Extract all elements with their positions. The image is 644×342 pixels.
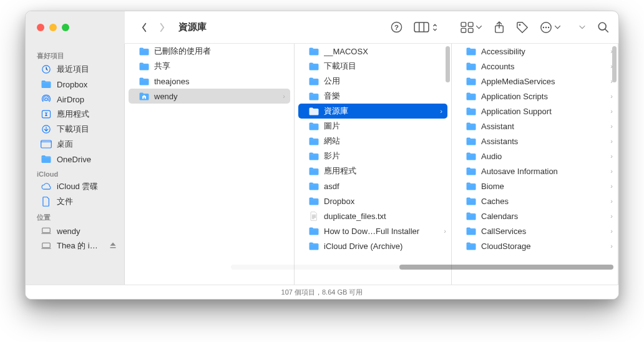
file-row[interactable]: How to Dow…Full Installer› [295,223,451,238]
folder-icon [308,196,320,206]
sidebar-item-label: Thea 的 i… [57,240,98,252]
chevron-right-icon: › [610,122,613,130]
minimize-button[interactable] [49,24,57,31]
folder-icon [466,181,477,191]
laptop-icon [41,240,52,252]
chevron-right-icon: › [610,167,613,175]
eject-icon[interactable] [109,242,117,251]
chevron-right-icon: › [283,92,285,100]
file-name: Assistant [481,122,606,131]
column-3[interactable]: Accessibility›Accounts›AppleMediaService… [452,44,618,285]
sidebar-item[interactable]: 應用程式 [29,107,120,122]
sidebar-item-label: 應用程式 [57,109,89,120]
sidebar-item-label: OneDrive [57,155,91,164]
file-row[interactable]: 圖片 [295,119,451,134]
folder-icon [308,61,320,71]
file-row[interactable]: Assistant› [452,119,618,134]
actions-button[interactable] [540,21,561,34]
sidebar: 喜好項目最近項目DropboxAirDrop應用程式下載項目桌面OneDrive… [26,44,125,285]
file-row[interactable]: Application Support› [452,104,618,119]
file-name: asdf [324,182,446,191]
overflow-button[interactable] [578,25,586,30]
chevron-right-icon: › [610,197,613,205]
file-row[interactable]: Autosave Information› [452,164,618,178]
sidebar-item-label: AirDrop [57,95,84,104]
sidebar-item[interactable]: 下載項目 [29,122,120,137]
share-button[interactable] [494,21,505,34]
file-row[interactable]: Assistants› [452,134,618,149]
group-by-button[interactable] [461,21,482,33]
file-row[interactable]: Application Scripts› [452,89,618,104]
file-row[interactable]: iCloud Drive (Archive) [295,238,451,253]
file-row[interactable]: theajones [125,74,294,89]
sidebar-item[interactable]: AirDrop [29,92,120,107]
file-name: Biome [481,182,606,191]
search-button[interactable] [597,21,610,34]
file-name: Assistants [481,137,606,146]
horizontal-scrollbar[interactable] [231,265,613,270]
file-row[interactable]: Calendars› [452,208,618,223]
tags-button[interactable] [516,21,529,34]
file-name: Autosave Information [481,167,606,176]
folder-icon [466,106,477,116]
file-name: Audio [481,152,606,161]
file-name: wendy [154,92,278,101]
file-row[interactable]: Accounts› [452,59,618,74]
file-name: AppleMediaServices [481,77,606,86]
sidebar-item[interactable]: 桌面 [29,137,120,152]
file-name: 圖片 [324,120,446,132]
file-row[interactable]: Biome› [452,178,618,193]
file-row[interactable]: __MACOSX [295,44,451,59]
column-2[interactable]: __MACOSX下載項目公用音樂資源庫›圖片網站影片應用程式asdfDropbo… [295,44,452,285]
file-row[interactable]: AppleMediaServices› [452,74,618,89]
forward-button[interactable] [154,19,170,36]
sidebar-item[interactable]: Dropbox [29,77,120,92]
chevron-right-icon: › [610,137,613,145]
chevron-right-icon: › [610,152,613,160]
folder-icon [466,226,477,236]
file-row[interactable]: Caches› [452,193,618,208]
folder-icon [139,76,150,86]
file-row[interactable]: 下載項目 [295,59,451,74]
file-row[interactable]: 公用 [295,74,451,89]
file-row[interactable]: 影片 [295,149,451,164]
file-row[interactable]: Audio› [452,149,618,164]
file-row[interactable]: wendy› [129,89,290,104]
status-bar: 107 個項目，8.64 GB 可用 [26,285,618,299]
sidebar-item[interactable]: wendy [29,223,120,238]
file-row[interactable]: CallServices› [452,223,618,238]
folder-icon [466,136,477,146]
close-button[interactable] [37,24,44,31]
file-name: Application Support [481,107,606,116]
sidebar-item[interactable]: OneDrive [29,152,120,167]
column-1[interactable]: 已刪除的使用者共享theajoneswendy› [125,44,295,285]
file-row[interactable]: 已刪除的使用者 [125,44,294,59]
sidebar-item[interactable]: 文件 [29,194,120,209]
folder-icon [466,196,477,206]
help-button[interactable] [391,21,402,33]
folder-icon [308,241,320,251]
file-row[interactable]: 應用程式 [295,164,451,178]
fullscreen-button[interactable] [62,24,69,31]
doc-icon [41,196,52,207]
file-row[interactable]: duplicate_files.txt [295,208,451,223]
sidebar-item[interactable]: Thea 的 i… [29,238,120,253]
sidebar-item[interactable]: 最近項目 [29,62,120,77]
file-row[interactable]: asdf [295,178,451,193]
sidebar-item[interactable]: iCloud 雲碟 [29,179,120,194]
toolbar: 資源庫 [26,11,618,44]
file-row[interactable]: 共享 [125,59,294,74]
file-row[interactable]: CloudStorage› [452,238,618,253]
file-row[interactable]: 音樂 [295,89,451,104]
scrollbar-thumb[interactable] [399,265,613,270]
body: 喜好項目最近項目DropboxAirDrop應用程式下載項目桌面OneDrive… [26,44,618,285]
sidebar-section-title: 喜好項目 [26,47,124,62]
back-button[interactable] [136,19,152,36]
file-row[interactable]: 資源庫› [298,104,447,119]
chevron-right-icon: › [610,182,613,190]
view-columns-button[interactable] [414,21,438,33]
file-row[interactable]: Dropbox [295,193,451,208]
file-row[interactable]: Accessibility› [452,44,618,59]
file-row[interactable]: 網站 [295,134,451,149]
folder-icon [139,61,150,71]
